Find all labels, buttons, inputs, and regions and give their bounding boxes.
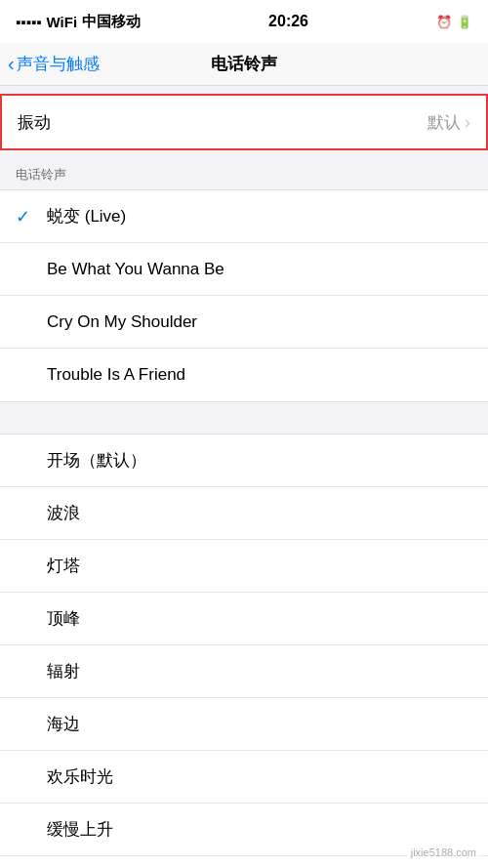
list-item[interactable]: Cry On My Shoulder — [0, 296, 488, 349]
vibration-section: 振动 默认 › — [0, 94, 488, 150]
status-bar: ▪▪▪▪▪ WiFi 中国移动 20:26 ⏰ 🔋 — [0, 0, 488, 43]
default-ringtone-list: 开场（默认） 波浪 灯塔 顶峰 辐射 海边 欢乐时光 缓慢上升 — [0, 434, 488, 868]
vibration-value-group: 默认 › — [427, 111, 470, 134]
default-ringtone-name: 开场（默认） — [43, 449, 146, 472]
vibration-value: 默认 — [427, 111, 461, 134]
list-item[interactable]: 辐射 — [0, 645, 488, 698]
default-ringtone-name: 欢乐时光 — [43, 765, 113, 788]
battery-icon: 🔋 — [457, 15, 472, 29]
status-time: 20:26 — [268, 13, 308, 30]
ringtone-name: 蜕变 (Live) — [43, 205, 126, 227]
list-item[interactable]: 顶峰 — [0, 593, 488, 645]
status-icons: ⏰ 🔋 — [436, 15, 472, 29]
page-title: 电话铃声 — [211, 53, 277, 75]
default-ringtone-name: 缓慢上升 — [43, 818, 113, 841]
default-ringtone-name: 辐射 — [43, 660, 80, 682]
vibration-row[interactable]: 振动 默认 › — [2, 96, 486, 148]
back-chevron-icon: ‹ — [8, 54, 15, 73]
ringtone-name: Be What You Wanna Be — [43, 260, 224, 279]
carrier-label: 中国移动 — [82, 13, 141, 31]
list-item[interactable]: 波浪 — [0, 487, 488, 540]
list-item[interactable]: 开场（默认） — [0, 434, 488, 487]
section-divider — [0, 402, 488, 434]
list-item[interactable]: ✓ 蜕变 (Live) — [0, 190, 488, 243]
watermark: jixie5188.com — [407, 845, 480, 860]
list-item[interactable]: Trouble Is A Friend — [0, 349, 488, 401]
ringtone-name: Cry On My Shoulder — [43, 312, 197, 332]
check-icon: ✓ — [16, 206, 43, 227]
default-ringtone-name: 波浪 — [43, 502, 80, 524]
default-ringtone-name: 顶峰 — [43, 607, 80, 630]
ringtone-list: ✓ 蜕变 (Live) Be What You Wanna Be Cry On … — [0, 189, 488, 402]
ringtone-name: Trouble Is A Friend — [43, 365, 185, 385]
ringtone-section-label: 电话铃声 — [0, 162, 488, 189]
default-ringtone-name: 海边 — [43, 713, 80, 735]
list-item[interactable]: 灯塔 — [0, 540, 488, 593]
list-item[interactable]: 欢乐时光 — [0, 751, 488, 804]
alarm-icon: ⏰ — [436, 15, 452, 29]
list-item[interactable]: Be What You Wanna Be — [0, 243, 488, 296]
default-ringtone-name: 灯塔 — [43, 555, 80, 577]
back-button[interactable]: ‹ 声音与触感 — [8, 53, 100, 75]
content-area: 振动 默认 › 电话铃声 ✓ 蜕变 (Live) Be What You Wan… — [0, 86, 488, 868]
signal-icon: ▪▪▪▪▪ — [16, 14, 42, 30]
vibration-label: 振动 — [18, 111, 51, 134]
status-carrier: ▪▪▪▪▪ WiFi 中国移动 — [16, 13, 141, 31]
nav-bar: ‹ 声音与触感 电话铃声 — [0, 43, 488, 86]
wifi-icon: WiFi — [47, 14, 78, 30]
list-item[interactable]: 海边 — [0, 698, 488, 751]
back-label: 声音与触感 — [17, 53, 100, 75]
vibration-chevron-icon: › — [465, 112, 470, 133]
